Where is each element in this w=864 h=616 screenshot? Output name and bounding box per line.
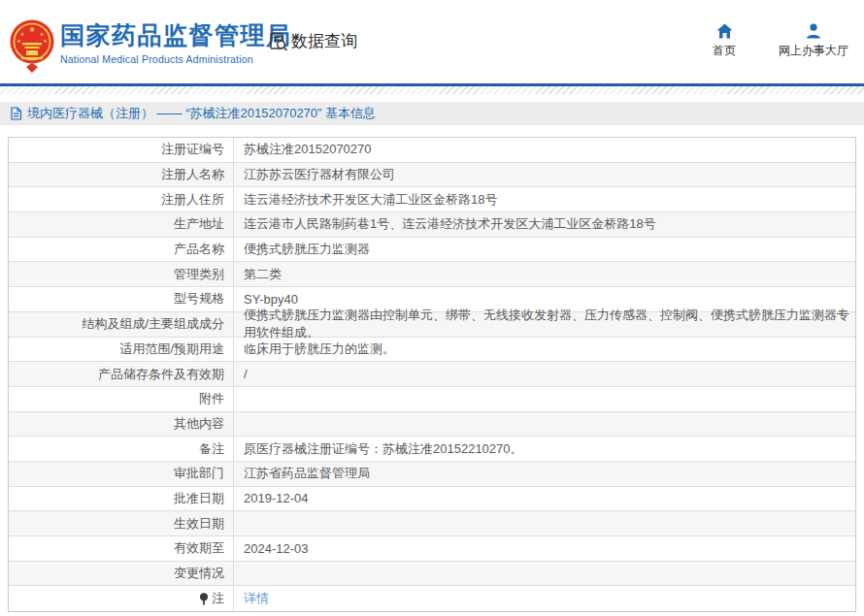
- table-row: 注册人名称江苏苏云医疗器材有限公司: [9, 163, 855, 188]
- row-value: 临床用于膀胱压力的监测。: [244, 340, 395, 358]
- row-label: 产品储存条件及有效期: [9, 362, 234, 386]
- row-label: 其他内容: [9, 412, 234, 437]
- row-value: 第二类: [244, 266, 282, 283]
- table-row: 其他内容: [9, 412, 855, 438]
- row-value: /: [244, 367, 248, 381]
- table-row: 产品名称便携式膀胱压力监测器: [9, 238, 855, 263]
- row-label: 型号规格: [9, 287, 234, 311]
- row-label-text: 有效期至: [174, 539, 224, 557]
- nav-item-home[interactable]: 首页: [701, 23, 748, 59]
- site-title: 国家药品监督管理局 National Medical Products Admi…: [60, 22, 292, 65]
- row-value-cell: 连云港市人民路制药巷1号、连云港经济技术开发区大浦工业区金桥路18号: [234, 212, 855, 237]
- row-value-cell: [234, 562, 855, 586]
- pin-icon: [199, 593, 209, 605]
- row-label: 附件: [9, 387, 234, 411]
- doc-search-icon: [268, 31, 288, 52]
- page-header: ★ ★ ★ ★ ★ 国家药品监督管理局 National Medical Pro…: [0, 0, 864, 83]
- table-row: 产品储存条件及有效期/: [9, 362, 855, 387]
- table-row: 适用范围/预期用途临床用于膀胱压力的监测。: [9, 338, 855, 363]
- table-row: 注详情: [9, 586, 855, 611]
- row-value-cell: [234, 412, 855, 437]
- row-label-text: 产品储存条件及有效期: [98, 366, 224, 383]
- breadcrumb-text: 境内医疗器械（注册） —— “苏械注准20152070270” 基本信息: [27, 105, 376, 122]
- row-label-text: 变更情况: [174, 565, 224, 582]
- row-value: 苏械注准20152070270: [244, 141, 372, 158]
- row-label-text: 生产地址: [174, 215, 224, 233]
- row-label-text: 批准日期: [174, 490, 224, 507]
- row-label-text: 管理类别: [174, 266, 224, 283]
- row-label: 产品名称: [9, 238, 234, 262]
- row-label-text: 注: [212, 590, 224, 607]
- row-label: 有效期至: [9, 536, 234, 561]
- table-row: 结构及组成/主要组成成分便携式膀胱压力监测器由控制单元、绑带、无线接收发射器、压…: [9, 312, 855, 338]
- row-label: 注册人住所: [9, 187, 234, 211]
- row-value: SY-bpy40: [244, 292, 298, 307]
- site-title-chinese: 国家药品监督管理局: [60, 22, 292, 49]
- row-label: 管理类别: [9, 262, 234, 286]
- row-value: 2024-12-03: [244, 541, 309, 556]
- row-label: 注册证编号: [9, 138, 234, 162]
- svg-text:★: ★: [17, 38, 21, 44]
- user-icon: [806, 23, 821, 39]
- row-label-text: 结构及组成/主要组成成分: [82, 315, 224, 333]
- home-icon: [716, 23, 733, 39]
- row-label-text: 产品名称: [174, 241, 224, 258]
- row-label: 生效日期: [9, 511, 234, 535]
- row-label-text: 附件: [199, 390, 224, 407]
- row-label-text: 生效日期: [174, 515, 224, 533]
- svg-text:★: ★: [20, 31, 25, 37]
- row-value-cell: [234, 387, 855, 411]
- row-label: 审批部门: [9, 462, 234, 486]
- data-query-button[interactable]: 数据查询: [268, 30, 357, 52]
- site-title-english: National Medical Products Administration: [60, 53, 292, 65]
- national-emblem-logo: ★ ★ ★ ★ ★: [10, 17, 54, 78]
- row-label: 生产地址: [9, 212, 234, 237]
- row-label: 注: [9, 586, 234, 611]
- row-value-cell: 便携式膀胱压力监测器由控制单元、绑带、无线接收发射器、压力传感器、控制阀、便携式…: [234, 312, 855, 337]
- table-row: 有效期至2024-12-03: [9, 536, 855, 562]
- row-value: 便携式膀胱压力监测器: [244, 241, 370, 258]
- row-value-cell: 便携式膀胱压力监测器: [234, 238, 855, 262]
- row-value-cell: 2019-12-04: [234, 487, 855, 511]
- row-value-cell: 江苏苏云医疗器材有限公司: [234, 163, 855, 187]
- svg-text:★: ★: [40, 31, 45, 37]
- row-value-cell: 临床用于膀胱压力的监测。: [234, 338, 855, 362]
- detail-link[interactable]: 详情: [244, 590, 269, 607]
- row-value: 江苏省药品监督管理局: [244, 465, 370, 482]
- row-label-text: 其他内容: [174, 415, 224, 433]
- row-label-text: 注册人名称: [161, 166, 224, 183]
- top-nav: 首页 网上办事大厅: [701, 23, 848, 59]
- svg-text:★: ★: [43, 38, 48, 44]
- row-value-cell: 原医疗器械注册证编号：苏械注准20152210270。: [234, 437, 855, 461]
- row-value-cell: 2024-12-03: [234, 536, 855, 561]
- row-label-text: 注册人住所: [161, 191, 224, 209]
- row-label-text: 适用范围/预期用途: [119, 340, 224, 358]
- row-value: 2019-12-04: [244, 491, 309, 505]
- row-value-cell: 第二类: [234, 262, 855, 286]
- document-icon: [10, 107, 22, 120]
- row-label: 适用范围/预期用途: [9, 338, 234, 362]
- row-value-cell: 苏械注准20152070270: [234, 138, 855, 162]
- breadcrumb: 境内医疗器械（注册） —— “苏械注准20152070270” 基本信息: [0, 102, 864, 125]
- row-label: 批准日期: [9, 487, 234, 511]
- row-value-cell: 连云港经济技术开发区大浦工业区金桥路18号: [234, 187, 855, 211]
- table-row: 管理类别第二类: [9, 262, 855, 287]
- row-value: 连云港经济技术开发区大浦工业区金桥路18号: [244, 191, 497, 209]
- row-label: 备注: [9, 437, 234, 461]
- data-query-label: 数据查询: [291, 30, 357, 52]
- table-row: 备注原医疗器械注册证编号：苏械注准20152210270。: [9, 437, 855, 462]
- row-value-cell: [234, 511, 855, 535]
- row-value-cell: 江苏省药品监督管理局: [234, 462, 855, 486]
- table-row: 生产地址连云港市人民路制药巷1号、连云港经济技术开发区大浦工业区金桥路18号: [9, 212, 855, 238]
- row-label: 变更情况: [9, 562, 234, 586]
- row-value: 原医疗器械注册证编号：苏械注准20152210270。: [244, 440, 523, 458]
- table-row: 注册人住所连云港经济技术开发区大浦工业区金桥路18号: [9, 187, 855, 212]
- nav-item-service-hall[interactable]: 网上办事大厅: [779, 23, 848, 59]
- row-label-text: 型号规格: [174, 290, 224, 308]
- row-label-text: 审批部门: [174, 465, 224, 482]
- nav-service-hall-label: 网上办事大厅: [779, 43, 848, 59]
- table-row: 注册证编号苏械注准20152070270: [9, 138, 855, 163]
- hatch-pattern-band: [0, 86, 864, 94]
- svg-text:★: ★: [28, 25, 35, 34]
- row-label-text: 备注: [199, 440, 224, 458]
